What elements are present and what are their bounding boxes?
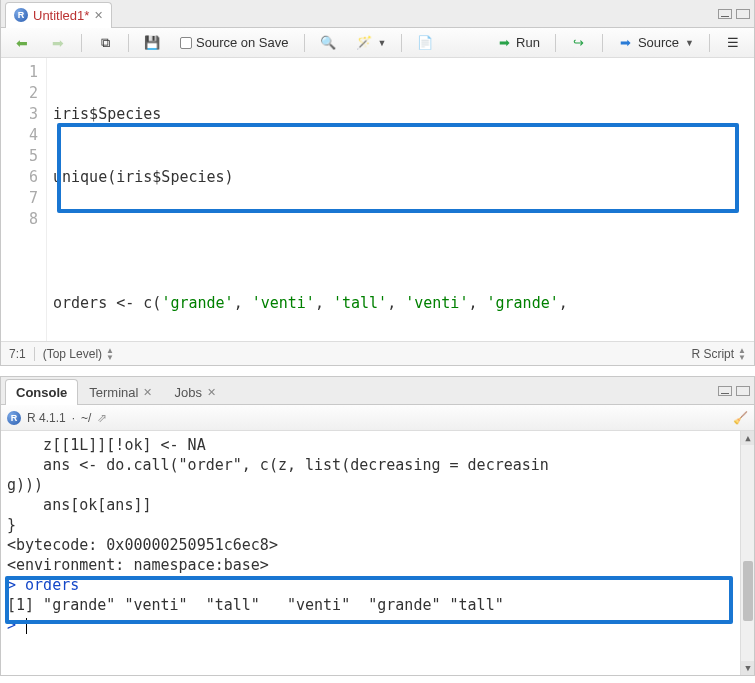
language-selector[interactable]: R Script ▲▼ (691, 347, 746, 361)
run-label: Run (516, 35, 540, 50)
language-label: R Script (691, 347, 734, 361)
gutter-num: 3 (5, 104, 38, 125)
save-disk-icon: 💾 (144, 35, 160, 51)
gutter-num: 5 (5, 146, 38, 167)
source-button[interactable]: ➡ Source ▼ (611, 32, 701, 54)
outline-icon: ☰ (725, 35, 741, 51)
code-line (53, 230, 748, 251)
scope-selector[interactable]: (Top Level) ▲▼ (43, 347, 114, 361)
console-line: > orders (7, 575, 748, 595)
sort-arrows-icon: ▲▼ (738, 347, 746, 361)
vertical-scrollbar[interactable]: ▲ ▼ (740, 431, 754, 675)
source-on-save-label: Source on Save (196, 35, 289, 50)
console-line: z[[1L]][!ok] <- NA (7, 435, 748, 455)
show-in-new-window-button[interactable]: ⧉ (90, 32, 120, 54)
run-arrow-icon: ➡ (496, 35, 512, 51)
code-line: iris$Species (53, 104, 748, 125)
close-tab-icon[interactable]: ✕ (94, 9, 103, 22)
r-badge-icon: R (7, 411, 21, 425)
code-line: unique(iris$Species) (53, 167, 748, 188)
editor-tabbar: R Untitled1* ✕ (1, 0, 754, 28)
nav-back-button[interactable]: ⬅ (7, 32, 37, 54)
prompt-symbol: > (7, 616, 25, 634)
tab-console[interactable]: Console (5, 379, 78, 405)
editor-statusbar: 7:1 (Top Level) ▲▼ R Script ▲▼ (1, 341, 754, 365)
outline-button[interactable]: ☰ (718, 32, 748, 54)
clear-console-icon[interactable]: 🧹 (733, 411, 748, 425)
text-cursor (26, 618, 27, 634)
prompt-symbol: > (7, 576, 25, 594)
maximize-pane-icon[interactable] (736, 9, 750, 19)
source-on-save-checkbox[interactable]: Source on Save (173, 32, 296, 53)
maximize-pane-icon[interactable] (736, 386, 750, 396)
scroll-thumb[interactable] (743, 561, 753, 621)
gutter-num: 7 (5, 188, 38, 209)
console-line: ans <- do.call("order", c(z, list(decrea… (7, 455, 748, 475)
r-badge-icon: R (14, 8, 28, 22)
gutter-num: 2 (5, 83, 38, 104)
console-line: <bytecode: 0x00000250951c6ec8> (7, 535, 748, 555)
console-line: g))) (7, 475, 748, 495)
rerun-icon: ↪ (571, 35, 587, 51)
scroll-up-icon[interactable]: ▲ (741, 431, 754, 445)
code-area[interactable]: 1 2 3 4 5 6 7 8 iris$Species unique(iris… (1, 58, 754, 341)
close-icon[interactable]: ✕ (207, 386, 216, 399)
popout-icon: ⧉ (97, 35, 113, 51)
save-button[interactable]: 💾 (137, 32, 167, 54)
gutter-num: 6 (5, 167, 38, 188)
console-line: [1] "grande" "venti" "tall" "venti" "gra… (7, 595, 748, 615)
r-version-label: R 4.1.1 (27, 411, 66, 425)
source-editor-pane: R Untitled1* ✕ ⬅ ➡ ⧉ 💾 Source on Save 🔍 … (0, 0, 755, 366)
notebook-icon: 📄 (417, 35, 433, 51)
chevron-down-icon: ▼ (685, 38, 694, 48)
code-tools-button[interactable]: 🪄▼ (349, 32, 394, 54)
minimize-pane-icon[interactable] (718, 386, 732, 396)
wand-icon: 🪄 (356, 35, 372, 51)
code-line: orders <- c('grande', 'venti', 'tall', '… (53, 293, 748, 314)
checkbox-icon (180, 37, 192, 49)
working-dir[interactable]: ~/ (81, 411, 91, 425)
editor-toolbar: ⬅ ➡ ⧉ 💾 Source on Save 🔍 🪄▼ 📄 ➡ Run ↪ ➡ … (1, 28, 754, 58)
source-label: Source (638, 35, 679, 50)
rerun-button[interactable]: ↪ (564, 32, 594, 54)
dot-separator: · (72, 411, 75, 425)
console-output[interactable]: z[[1L]][!ok] <- NA ans <- do.call("order… (1, 431, 754, 675)
close-icon[interactable]: ✕ (143, 386, 152, 399)
magnifier-icon: 🔍 (320, 35, 336, 51)
sort-arrows-icon: ▲▼ (106, 347, 114, 361)
tab-jobs[interactable]: Jobs✕ (163, 379, 226, 405)
scroll-down-icon[interactable]: ▼ (741, 661, 754, 675)
console-line: } (7, 515, 748, 535)
wd-popout-icon[interactable]: ⇗ (97, 411, 107, 425)
console-line: <environment: namespace:base> (7, 555, 748, 575)
minimize-pane-icon[interactable] (718, 9, 732, 19)
console-subbar: R R 4.1.1 · ~/ ⇗ 🧹 (1, 405, 754, 431)
file-tab-untitled1[interactable]: R Untitled1* ✕ (5, 2, 112, 28)
scope-label: (Top Level) (43, 347, 102, 361)
console-line: ans[ok[ans]] (7, 495, 748, 515)
gutter-num: 4 (5, 125, 38, 146)
nav-forward-button[interactable]: ➡ (43, 32, 73, 54)
chevron-down-icon: ▼ (378, 38, 387, 48)
console-line: > (7, 615, 748, 635)
gutter-num: 1 (5, 62, 38, 83)
cursor-position: 7:1 (9, 347, 26, 361)
file-tab-title: Untitled1* (33, 8, 89, 23)
find-replace-button[interactable]: 🔍 (313, 32, 343, 54)
source-arrow-icon: ➡ (618, 35, 634, 51)
console-pane: Console Terminal✕ Jobs✕ R R 4.1.1 · ~/ ⇗… (0, 376, 755, 676)
gutter-num: 8 (5, 209, 38, 230)
line-gutter: 1 2 3 4 5 6 7 8 (1, 58, 47, 341)
console-tabbar: Console Terminal✕ Jobs✕ (1, 377, 754, 405)
tab-terminal[interactable]: Terminal✕ (78, 379, 163, 405)
compile-report-button[interactable]: 📄 (410, 32, 440, 54)
code-text[interactable]: iris$Species unique(iris$Species) orders… (47, 58, 754, 341)
run-button[interactable]: ➡ Run (489, 32, 547, 54)
